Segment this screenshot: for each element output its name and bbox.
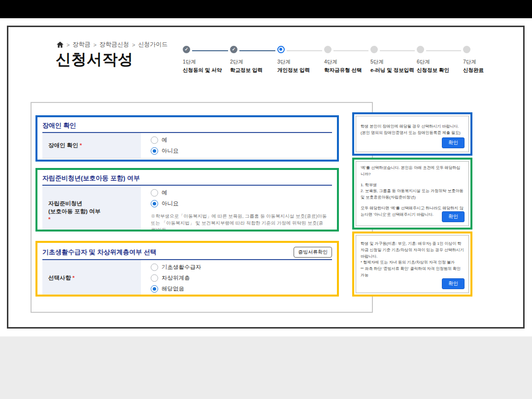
section-basic-livelihood: 기초생활수급자 및 차상위계층여부 선택 증빙서류확인 선택사항* 기초생활수급…	[35, 241, 339, 297]
step-todo-icon: ✓	[417, 46, 424, 53]
radio-circle-icon	[151, 264, 158, 271]
step-2: ✓ 2단계학교정보 입력	[230, 46, 237, 53]
step-name: 신청동의 및 서약	[183, 67, 222, 74]
radio-circle-icon	[151, 147, 158, 155]
step-connector	[333, 50, 368, 51]
tooltip-disability: 학생 본인이 장애인에 해당될 경우 선택하시기 바랍니다. (본인 명의의 장…	[352, 112, 472, 156]
tooltip-self-reliance: '예'를 선택하셨습니다. 본인은 아래 조건에 모두 해당하십니까? 1. 학…	[352, 158, 472, 230]
step-connector	[192, 50, 228, 51]
step-todo-icon: ✓	[370, 46, 378, 53]
tooltip-text: 학생 본인이 장애인에 해당될 경우 선택하시기 바랍니다.	[361, 124, 464, 130]
section-self-reliance-youth: 자립준비청년(보호아동 포함) 여부 자립준비청년 (보호아동 포함) 여부 *…	[35, 168, 339, 232]
step-name: 신청완료	[463, 67, 484, 74]
step-7: ✓ 7단계신청완료	[463, 46, 470, 53]
field-label: 자립준비청년 (보호아동 포함) 여부 *	[42, 186, 141, 232]
section-title: 장애인 확인	[42, 121, 76, 130]
step-number: 3단계	[277, 59, 310, 66]
radio-disability-yes[interactable]: 예	[151, 136, 332, 144]
tooltip-text: (본인 명의의 장애인증명서 또는 장애인등록증 제출 필요)	[361, 130, 464, 136]
step-number: 2단계	[230, 59, 263, 66]
step-connector	[380, 50, 415, 51]
step-connector	[287, 50, 322, 51]
step-indicator: ✓ 1단계신청동의 및 서약 ✓ 2단계학교정보 입력 ✓ 3단계개인정보 입력…	[180, 46, 507, 76]
step-connector	[239, 50, 275, 51]
step-6: ✓ 6단계신청정보 확인	[417, 46, 424, 53]
radio-circle-icon	[151, 136, 158, 144]
tooltip-text: ** 좌측 하단 '증빙서류 확인' 클릭하여 자격 인정범위 확인 가능	[361, 266, 464, 279]
radio-circle-icon	[151, 285, 158, 293]
step-number: 7단계	[463, 59, 484, 66]
check-icon: ✓	[183, 46, 190, 53]
top-black-bar	[0, 0, 532, 18]
step-name: 신청정보 확인	[417, 67, 449, 74]
step-name: 학자금유형 선택	[324, 67, 362, 74]
section-disability-check: 장애인 확인 장애인 확인* 예 아니요	[35, 115, 339, 162]
step-1: ✓ 1단계신청동의 및 서약	[183, 46, 190, 53]
step-name: 개인정보 입력	[277, 67, 310, 74]
confirm-button[interactable]: 확인	[442, 137, 465, 148]
page-title: 신청서작성	[56, 49, 133, 70]
radio-youth-yes[interactable]: 예	[151, 189, 332, 197]
breadcrumb-item-scholarship[interactable]: 장학금	[72, 40, 90, 49]
tooltip-text: '예'를 선택하셨습니다. 본인은 아래 조건에 모두 해당하십니까?	[361, 165, 464, 178]
step-connector	[426, 50, 461, 51]
radio-circle-icon	[151, 274, 158, 282]
step-todo-icon: ✓	[463, 46, 470, 53]
form-row: 장애인 확인* 예 아니요	[42, 133, 332, 159]
step-name: e-러닝 및 정보입력	[370, 67, 414, 74]
radio-disability-no[interactable]: 아니요	[151, 147, 332, 155]
home-icon[interactable]	[57, 41, 64, 48]
breadcrumb-separator: >	[93, 42, 96, 48]
required-mark: *	[48, 215, 138, 223]
confirm-button[interactable]: 확인	[442, 278, 465, 289]
step-done-icon: ✓	[183, 46, 190, 53]
radio-near-poverty[interactable]: 차상위계층	[151, 274, 332, 282]
breadcrumb-separator: >	[66, 42, 69, 48]
step-3-current: ✓ 3단계개인정보 입력	[277, 46, 285, 53]
step-5: ✓ 5단계e-러닝 및 정보입력	[370, 46, 378, 53]
tooltip-text: 1. 학부생	[361, 182, 464, 189]
tooltip-text: 학생 및 가구원(미혼: 부모, 기혼: 배우자) 중 1인 이상이 학자금 신…	[361, 241, 464, 260]
breadcrumb-item-scholarship-apply[interactable]: 장학금신청	[100, 40, 129, 49]
section-title: 자립준비청년(보호아동 포함) 여부	[42, 174, 140, 183]
breadcrumb-item-apply-guide[interactable]: 신청가이드	[138, 40, 167, 49]
radio-not-applicable[interactable]: 해당없음	[151, 285, 332, 293]
page-background-strip	[0, 336, 532, 399]
field-label: 선택사항*	[42, 260, 141, 296]
step-4: ✓ 4단계학자금유형 선택	[324, 46, 332, 53]
radio-circle-icon	[151, 200, 158, 207]
form-row: 자립준비청년 (보호아동 포함) 여부 * 예 아니요 ※학부생으로「아동복지법…	[42, 186, 332, 232]
section-title: 기초생활수급자 및 차상위계층여부 선택	[42, 248, 157, 257]
field-label: 장애인 확인*	[42, 133, 141, 158]
required-mark: *	[80, 142, 82, 148]
radio-youth-no[interactable]: 아니요	[151, 200, 332, 207]
step-done-icon: ✓	[230, 46, 237, 53]
radio-basic-recipient[interactable]: 기초생활수급자	[151, 264, 332, 271]
step-current-icon: ✓	[277, 46, 285, 53]
step-name: 학교정보 입력	[230, 67, 263, 74]
step-todo-icon: ✓	[324, 46, 332, 53]
section-note: ※학부생으로「아동복지법」에 따른 보육원, 그룹홈 등 아동복지시설 보호(종…	[151, 213, 332, 232]
radio-circle-icon	[151, 189, 158, 197]
tooltip-text: * 형제자매 또는 자녀 등의 기초/차상위 자격 인정 불가	[361, 260, 464, 266]
tooltip-text: 2. 보육원, 그룹홈 등 아동복지시설 또는 가정위탁 보호아동 및 보호종료…	[361, 188, 464, 201]
page: > 장학금 > 장학금신청 > 신청가이드 신청서작성 ✓ 1단계신청동의 및 …	[0, 0, 532, 399]
document-check-button[interactable]: 증빙서류확인	[294, 247, 332, 258]
required-mark: *	[72, 275, 74, 281]
breadcrumb: > 장학금 > 장학금신청 > 신청가이드	[57, 40, 167, 49]
confirm-button[interactable]: 확인	[442, 211, 465, 222]
tooltip-basic-livelihood: 학생 및 가구원(미혼: 부모, 기혼: 배우자) 중 1인 이상이 학자금 신…	[352, 232, 472, 297]
breadcrumb-separator: >	[132, 42, 135, 48]
step-number: 5단계	[370, 59, 414, 66]
step-number: 6단계	[417, 59, 449, 66]
step-number: 4단계	[324, 59, 362, 66]
step-number: 1단계	[183, 59, 222, 66]
form-row: 선택사항* 기초생활수급자 차상위계층 해당없음	[42, 260, 332, 297]
check-icon: ✓	[230, 46, 237, 53]
